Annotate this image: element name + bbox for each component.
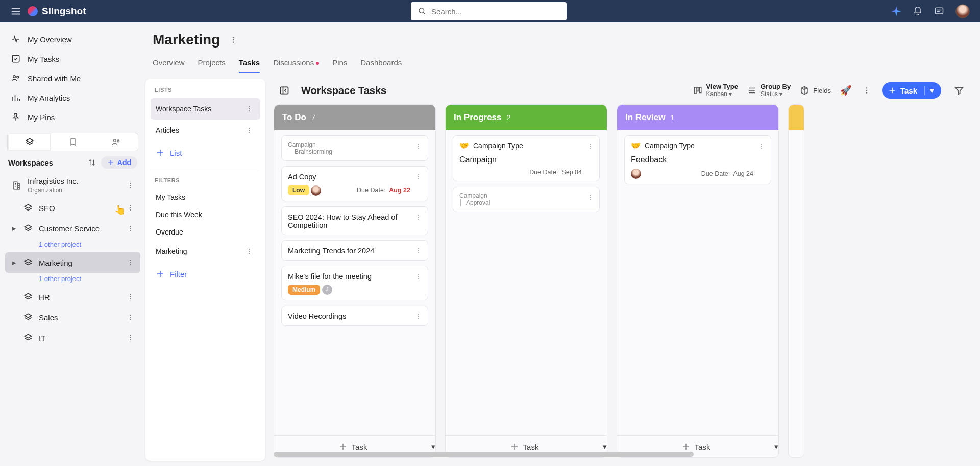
brand-logo-icon <box>28 6 38 16</box>
card-more-icon[interactable] <box>584 140 596 152</box>
fields-button[interactable]: Fields <box>800 86 831 95</box>
row-more-icon[interactable] <box>124 222 136 235</box>
filter-item[interactable]: Overdue <box>151 223 260 241</box>
row-more-icon[interactable] <box>124 257 136 269</box>
filter-item[interactable]: My Tasks <box>151 189 260 206</box>
tab-discussions[interactable]: Discussions <box>273 54 319 73</box>
task-card[interactable]: CampaignApproval <box>453 187 600 212</box>
nav-item[interactable]: My Overview <box>5 30 140 49</box>
search-input[interactable] <box>431 7 559 16</box>
new-task-button[interactable]: Task ▾ <box>882 82 941 99</box>
filter-item[interactable]: Due this Week <box>151 206 260 223</box>
column-header: In Progress 2 <box>446 105 607 130</box>
row-more-icon[interactable] <box>124 179 136 192</box>
tab-overview[interactable]: Overview <box>153 54 185 73</box>
svg-point-50 <box>418 146 419 147</box>
workspace-row[interactable]: ▸ Marketing <box>5 252 140 273</box>
org-row[interactable]: Infragistics Inc. Organization <box>5 173 140 198</box>
task-card[interactable]: Video Recordings <box>281 306 428 326</box>
task-card[interactable]: SEO 2024: How to Stay Ahead of Competiti… <box>281 206 428 235</box>
chevron-down-icon[interactable]: ▾ <box>924 86 934 95</box>
nav-item[interactable]: My Analytics <box>5 88 140 107</box>
row-more-icon[interactable] <box>124 202 136 214</box>
card-more-icon[interactable] <box>412 245 425 257</box>
list-item[interactable]: Workspace Tasks <box>151 98 260 120</box>
task-card[interactable]: Mike's file for the meetingMedium J <box>281 266 428 301</box>
svg-point-61 <box>418 274 419 275</box>
workspace-row[interactable]: SEO <box>5 198 140 218</box>
add-filter-button[interactable]: Filter <box>151 264 260 284</box>
hamburger-icon[interactable] <box>10 6 21 17</box>
task-card[interactable]: 🤝Campaign TypeCampaignDue Date: Sep 04 <box>453 135 600 181</box>
task-card[interactable]: Ad CopyLow Due Date: Aug 22 <box>281 166 428 201</box>
list-more-icon[interactable] <box>243 103 255 115</box>
user-avatar[interactable] <box>955 4 970 18</box>
filter-more-icon[interactable] <box>243 245 255 258</box>
svg-point-21 <box>130 294 131 295</box>
ai-sparkle-icon[interactable] <box>891 6 901 16</box>
row-more-icon[interactable] <box>124 291 136 303</box>
workspace-sub-link[interactable]: 1 other project <box>5 273 140 287</box>
row-more-icon[interactable] <box>124 311 136 323</box>
svg-point-0 <box>419 8 424 13</box>
card-more-icon[interactable] <box>755 140 768 152</box>
notifications-icon[interactable] <box>913 6 923 16</box>
tab-dashboards[interactable]: Dashboards <box>360 54 402 73</box>
svg-point-58 <box>418 248 419 249</box>
svg-point-12 <box>130 205 131 206</box>
card-more-icon[interactable] <box>412 211 425 223</box>
layers-icon <box>23 292 33 301</box>
tab-pins[interactable]: Pins <box>332 54 347 73</box>
column-header: In Review 1 <box>617 105 778 130</box>
card-more-icon[interactable] <box>412 310 425 322</box>
filter-item[interactable]: Marketing <box>151 241 260 262</box>
group-by-selector[interactable]: Group ByStatus ▾ <box>747 83 791 97</box>
assignee-avatar <box>311 185 321 196</box>
layers-icon <box>25 137 34 147</box>
global-search[interactable] <box>411 2 567 20</box>
card-more-icon[interactable] <box>584 191 596 203</box>
people-icon <box>11 74 20 83</box>
add-list-button[interactable]: List <box>151 143 260 162</box>
card-more-icon[interactable] <box>412 140 425 152</box>
nav-item[interactable]: My Tasks <box>5 49 140 68</box>
board-more-icon[interactable] <box>861 84 873 97</box>
workspace-row[interactable]: IT <box>5 328 140 348</box>
add-list-label: List <box>170 149 182 157</box>
pill-bookmarks[interactable] <box>51 133 94 151</box>
list-more-icon[interactable] <box>243 124 255 136</box>
pill-teams[interactable] <box>94 133 138 151</box>
task-card[interactable]: CampaignBrainstorming <box>281 135 428 161</box>
rocket-icon[interactable]: 🚀 <box>840 85 851 96</box>
tab-tasks[interactable]: Tasks <box>239 54 260 73</box>
card-more-icon[interactable] <box>412 270 425 283</box>
card-more-icon[interactable] <box>412 171 425 183</box>
task-card[interactable]: 🤝Campaign TypeFeedbackDue Date: Aug 24 <box>624 135 771 184</box>
nav-item[interactable]: Shared with Me <box>5 68 140 88</box>
tab-projects[interactable]: Projects <box>198 54 226 73</box>
workspace-row[interactable]: ▸ Customer Service <box>5 218 140 239</box>
filter-icon[interactable] <box>950 82 968 99</box>
list-item[interactable]: Articles <box>151 120 260 141</box>
column-count: 7 <box>311 113 315 122</box>
nav-item[interactable]: My Pins <box>5 107 140 127</box>
layers-icon <box>23 313 33 322</box>
svg-point-22 <box>130 296 131 297</box>
collapse-panel-icon[interactable] <box>276 82 293 99</box>
workspace-row[interactable]: HR <box>5 287 140 307</box>
page-more-icon[interactable] <box>227 34 239 46</box>
workspace-sub-link[interactable]: 1 other project <box>5 239 140 252</box>
due-date: Due Date: Sep 04 <box>529 169 582 176</box>
horizontal-scrollbar[interactable] <box>273 452 973 458</box>
view-type-selector[interactable]: View TypeKanban ▾ <box>693 83 738 97</box>
pill-workspaces[interactable] <box>8 133 51 151</box>
workspace-row[interactable]: Sales <box>5 307 140 328</box>
add-workspace-button[interactable]: Add <box>101 156 137 169</box>
comments-icon[interactable] <box>934 6 944 16</box>
svg-point-32 <box>233 41 234 42</box>
sort-workspaces-icon[interactable] <box>88 158 96 167</box>
column-header: To Do 7 <box>274 105 435 130</box>
task-card[interactable]: Marketing Trends for 2024 <box>281 240 428 261</box>
svg-point-39 <box>249 249 250 250</box>
row-more-icon[interactable] <box>124 332 136 344</box>
